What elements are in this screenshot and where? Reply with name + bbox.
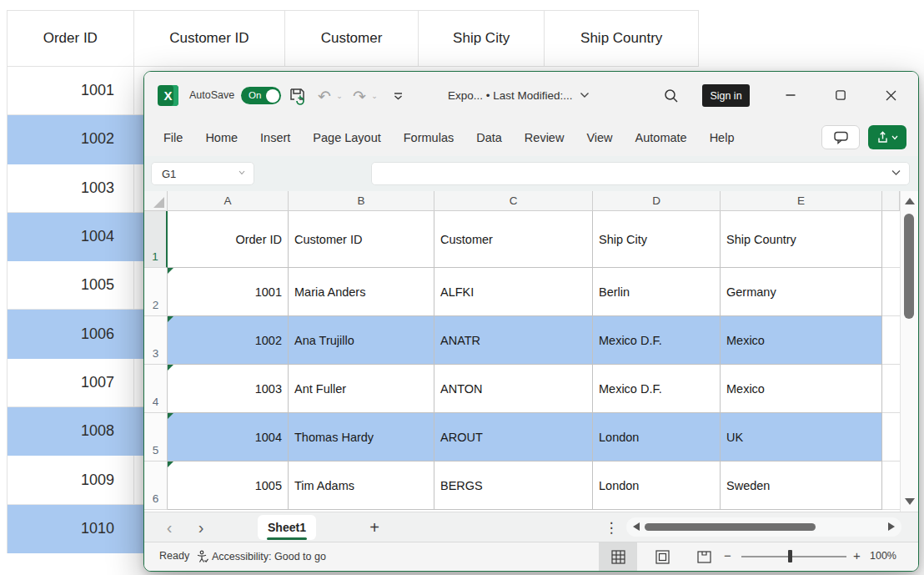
close-button[interactable] [874,78,907,112]
tab-page-layout[interactable]: Page Layout [313,131,380,144]
cell-partial[interactable] [882,365,900,413]
page-layout-view-button[interactable] [643,542,681,571]
tab-insert[interactable]: Insert [260,131,290,144]
bg-grid-header-ship-city[interactable]: Ship City [419,11,545,66]
cell[interactable]: Mexico D.F. [593,316,721,365]
page-break-preview-button[interactable] [685,542,723,571]
bg-grid-row[interactable]: 1002 [8,115,143,164]
bg-order-id-cell[interactable]: 1002 [8,115,134,163]
zoom-out-button[interactable]: − [724,548,731,562]
normal-view-button[interactable] [599,542,637,571]
cell[interactable]: AROUT [434,413,593,462]
cell[interactable]: ALFKI [434,268,593,316]
vertical-scrollbar-thumb[interactable] [904,214,914,319]
column-header-partial[interactable] [882,191,900,211]
scroll-left-icon[interactable] [633,522,640,531]
share-button[interactable] [868,125,906,149]
row-header-3[interactable]: 3 [144,316,168,365]
document-title[interactable]: Expo... • Last Modified:... [448,72,590,119]
redo-menu-chevron-icon[interactable]: ⌄ [369,86,379,106]
minimize-button[interactable] [774,78,807,112]
bg-grid-row[interactable]: 1004 [8,213,143,261]
search-icon[interactable] [660,84,683,108]
vertical-scrollbar[interactable] [900,191,918,512]
cell[interactable]: Ant Fuller [289,365,434,413]
name-box[interactable]: G1 [151,162,254,185]
bg-order-id-cell[interactable]: 1001 [8,67,134,114]
bg-grid-row[interactable]: 1009 [8,456,143,504]
cell[interactable]: 1003 [168,365,289,413]
formula-input[interactable] [371,162,910,185]
cell[interactable]: UK [721,413,882,462]
tab-data[interactable]: Data [476,131,502,144]
horizontal-scrollbar-thumb[interactable] [645,523,816,531]
bg-grid-row[interactable]: 1007 [8,359,143,407]
cell[interactable]: Mexico [721,365,882,413]
sign-in-button[interactable]: Sign in [702,84,750,107]
tab-view[interactable]: View [586,131,612,144]
bg-order-id-cell[interactable]: 1003 [8,164,134,212]
cell[interactable]: ANTON [434,365,593,413]
cell[interactable]: Ana Trujillo [289,316,434,365]
scroll-up-icon[interactable] [905,198,915,204]
tab-automate[interactable]: Automate [635,131,687,144]
accessibility-status[interactable]: Accessibility: Good to go [196,547,326,566]
cell[interactable]: Mexico D.F. [593,365,721,413]
cell-partial[interactable] [882,268,900,316]
column-header-e[interactable]: E [721,191,882,211]
cell[interactable]: 1002 [168,316,289,365]
bg-grid-row[interactable]: 1010 [8,505,143,553]
cell[interactable]: BERGS [434,462,593,510]
autosave-toggle[interactable]: On [241,87,281,104]
cell[interactable]: Mexico [721,316,882,365]
bg-grid-row[interactable]: 1003 [8,164,143,213]
tab-review[interactable]: Review [525,131,565,144]
bg-grid-header-order-id[interactable]: Order ID [8,11,134,66]
cell[interactable]: Tim Adams [289,462,434,510]
tab-home[interactable]: Home [205,131,238,144]
bg-grid-row[interactable]: 1008 [8,407,143,456]
bg-grid-row[interactable]: 1006 [8,310,143,358]
cell[interactable]: Germany [721,268,882,316]
scroll-right-icon[interactable] [888,522,895,531]
maximize-button[interactable] [824,78,857,112]
undo-menu-chevron-icon[interactable]: ⌄ [334,86,344,106]
tab-help[interactable]: Help [710,131,735,144]
row-header-2[interactable]: 2 [144,268,168,316]
cell[interactable]: Ship City [593,211,721,268]
zoom-slider-thumb[interactable] [788,550,792,562]
cell[interactable]: London [593,413,721,462]
cell[interactable]: Sweden [721,462,882,510]
column-header-d[interactable]: D [593,191,721,211]
undo-button[interactable]: ↶ [314,86,334,106]
bg-order-id-cell[interactable]: 1005 [8,261,134,309]
formula-expand-chevron-icon[interactable] [891,169,901,176]
bg-order-id-cell[interactable]: 1009 [8,456,134,503]
bg-grid-header-customer[interactable]: Customer [285,11,419,66]
tab-formulas[interactable]: Formulas [404,131,454,144]
bg-grid-row[interactable]: 1001 [8,67,143,115]
tab-file[interactable]: File [163,131,183,144]
cell[interactable]: Ship Country [721,211,882,268]
column-header-a[interactable]: A [168,191,289,211]
sheet-tab-sheet1[interactable]: Sheet1 [258,515,316,540]
zoom-in-button[interactable]: + [853,548,861,562]
add-sheet-button[interactable]: + [363,516,386,539]
cell[interactable]: Berlin [593,268,721,316]
cell[interactable]: ANATR [434,316,593,365]
cell[interactable]: Customer ID [289,211,434,268]
bg-order-id-cell[interactable]: 1006 [8,310,134,357]
cell[interactable]: Order ID [168,211,289,268]
bg-grid-header-ship-country[interactable]: Ship Country [545,11,698,66]
column-header-c[interactable]: C [434,191,593,211]
zoom-slider-track[interactable] [741,556,846,557]
horizontal-scrollbar[interactable] [626,517,901,537]
row-header-5[interactable]: 5 [144,413,168,462]
bg-grid-header-customer-id[interactable]: Customer ID [134,11,286,66]
cell[interactable]: Maria Anders [289,268,434,316]
bg-order-id-cell[interactable]: 1010 [8,505,134,552]
sheet-options-more-icon[interactable]: ⋮ [603,517,620,538]
bg-order-id-cell[interactable]: 1004 [8,213,134,260]
column-header-b[interactable]: B [289,191,434,211]
cell[interactable]: London [593,462,721,510]
